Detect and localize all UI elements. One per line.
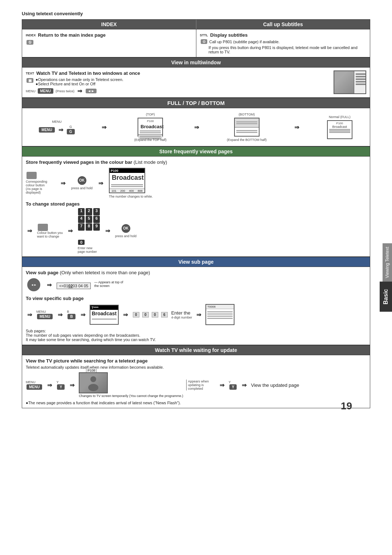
store-broadcast-text: Broadcast xyxy=(110,173,144,183)
watch-arrow3: ⇒ xyxy=(220,382,224,389)
subpages-note: Sub pages: The number of sub pages varie… xyxy=(26,329,366,342)
index-col-left: INDEX Return to the main index page ① xyxy=(22,29,196,57)
num-4: 4 xyxy=(78,216,85,223)
fbt-section: FULL / TOP / BOTTOM MENU MENU ⇒ G G ⇒ xyxy=(22,98,370,146)
top-heading: Using teletext conveniently xyxy=(22,11,370,16)
watch-arrow4: ⇒ xyxy=(242,382,246,389)
num-8: 8 xyxy=(86,223,92,231)
multiwindow-section: View in multiwindow TEXT Watch TV and Te… xyxy=(22,57,370,98)
index-label-small: INDEX xyxy=(26,33,36,37)
side-tab-top-text: Viewing Teletext xyxy=(383,243,392,282)
store-arrow2: ⇒ xyxy=(98,180,103,187)
change-colour-btn xyxy=(38,224,48,231)
digit-0-3: 0 xyxy=(152,312,158,317)
colour-label: Correspondingcolour button(As page is di… xyxy=(26,180,55,194)
appears-top-label: — Appears at top ofthe screen xyxy=(94,280,123,288)
sttl-btn: ⊙ xyxy=(201,39,207,44)
multiwindow-bullet1: ●Operations can be made only in Teletext… xyxy=(36,77,123,82)
number-changes-label: The number changes to white. xyxy=(109,195,153,198)
index-content: INDEX Return to the main index page ① ST… xyxy=(22,29,370,57)
press-hold-label: press and hold xyxy=(71,186,93,190)
subpage-section: View sub page View sub page (Only when t… xyxy=(22,257,370,345)
multiwindow-content: TEXT Watch TV and Teletext in two window… xyxy=(22,68,370,98)
subpages-note1: Sub pages: xyxy=(26,329,366,333)
store-section: Store frequently viewed pages Store freq… xyxy=(22,146,370,257)
specific-broadcast-text: Broadcast xyxy=(90,310,118,317)
change-arrow3: ⇒ xyxy=(105,227,110,234)
index-header-right: Call up Subtitles xyxy=(196,20,370,29)
index-section: INDEX Call up Subtitles INDEX Return to … xyxy=(22,19,370,57)
press-hold2-label: press and hold xyxy=(115,234,136,238)
specific-arrow1: ⇒ xyxy=(58,311,62,318)
digit-6: 6 xyxy=(161,312,168,317)
side-tab-bottom-text: Basic xyxy=(380,282,392,312)
fbt-arrow2: ⇒ xyxy=(102,124,106,131)
fbt-expand-bottom: (Expand the BOTTOM half) xyxy=(227,138,266,142)
watch-y2-btn: Y xyxy=(229,384,237,390)
t0006-box: T0006 xyxy=(205,304,234,325)
specific-arrow4: ⇒ xyxy=(196,311,201,318)
specific-broadcast-box: T**** Broadcast xyxy=(90,305,119,325)
watch-tv-header: Watch TV while waiting for update xyxy=(22,345,370,355)
store-bar-200: 200 xyxy=(120,189,125,193)
watch-arrow2: ⇒ xyxy=(70,382,74,389)
fbt-broadcast-full: Broadcast xyxy=(328,125,351,129)
watch-y-btn: Y xyxy=(57,384,65,390)
fbt-arrow4: ⇒ xyxy=(294,124,299,131)
fbt-bottom-diagram: (BOTTOM) (Expand the BOTTOM half) xyxy=(227,113,266,142)
store-heading: Store frequently viewed pages in the col… xyxy=(26,159,132,165)
fbt-arrow3: ⇒ xyxy=(194,124,199,131)
store-p100: P100 xyxy=(111,169,118,173)
fbt-menu-label: MENU xyxy=(38,120,75,123)
multiwindow-header: View in multiwindow xyxy=(22,57,370,68)
fbt-arrow1: ⇒ xyxy=(58,126,63,133)
watch-tv-desc: Teletext automatically updates itself wh… xyxy=(26,365,366,369)
watch-tv-image xyxy=(79,372,108,393)
t0006-title: T0006 xyxy=(206,305,234,309)
specific-arrow3: ⇒ xyxy=(123,311,128,318)
news-flash-note: ●The news page provides a function that … xyxy=(26,401,366,405)
index-col-right: STTL Display subtitles ⊙ Call up P801 (s… xyxy=(196,29,370,57)
subpage-content: View sub page (Only when teletext is mor… xyxy=(22,267,370,345)
watch-menu-btn: MENU xyxy=(26,384,42,390)
text-label: TEXT xyxy=(26,72,34,75)
subpage-heading: View sub page xyxy=(26,270,58,275)
subpages-note2: The number of sub pages varies depending… xyxy=(26,333,366,337)
text-btn: ▣ xyxy=(26,78,33,83)
colour-btn xyxy=(26,172,37,179)
change-stored-heading: To change stored pages xyxy=(26,201,366,207)
nav-circle xyxy=(27,278,40,291)
store-list-mode: (List mode only) xyxy=(134,159,167,165)
sttl-desc1: Call up P801 (subtitle page) if availabl… xyxy=(209,40,280,44)
num-9: 9 xyxy=(93,223,100,231)
fbt-broadcast-top: Broadcast xyxy=(139,123,162,130)
fbt-normal-label: Normal (FULL) xyxy=(327,115,352,119)
watch-y-label: Y xyxy=(56,380,65,384)
fbt-p100-top: P100 xyxy=(139,119,162,123)
store-bar-888: 888 xyxy=(138,189,142,193)
specific-t-label: T**** xyxy=(91,306,99,309)
num-6: 6 xyxy=(93,216,100,223)
sttl-label: STTL xyxy=(200,33,208,37)
index-btn-circle: ① xyxy=(26,40,33,45)
page-number: 19 xyxy=(341,400,352,412)
specific-b-btn: B xyxy=(68,314,75,319)
specific-menu-btn: MENU xyxy=(37,314,53,319)
arrow-mw: ⇒ xyxy=(77,88,82,94)
watch-y2-label: Y xyxy=(229,380,238,384)
num-7: 7 xyxy=(78,223,85,231)
change-colour-label: Colour button youwant to change xyxy=(37,231,63,238)
changes-to-tv-label: Changes to TV screen temporarily (You ca… xyxy=(79,394,183,398)
fbt-g-label: G xyxy=(66,125,75,129)
num-5: 5 xyxy=(86,216,92,223)
num-1: 1 xyxy=(78,208,85,215)
store-broadcast-box: P100 Broadcast 101 200 400 888 xyxy=(109,168,145,193)
fbt-p100-full: P100 xyxy=(328,122,351,125)
watch-arrow1: ⇒ xyxy=(47,382,52,389)
enter-the: Enter the xyxy=(171,310,192,316)
sttl-heading: Display subtitles xyxy=(210,32,248,38)
svg-point-1 xyxy=(88,384,98,391)
store-bar-101: 101 xyxy=(111,189,116,193)
menu-label-mw: MENU xyxy=(26,89,36,93)
fbt-full-diagram: Normal (FULL) P100 Broadcast xyxy=(327,115,352,139)
